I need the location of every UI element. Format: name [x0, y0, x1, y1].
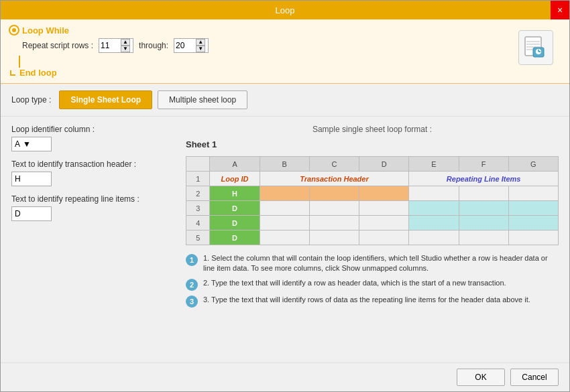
cell-2c	[309, 186, 359, 201]
main-content: Loop identifier column : A ▼ Text to ide…	[1, 117, 569, 363]
cell-5c	[309, 231, 359, 245]
end-loop-line: End loop	[9, 68, 209, 78]
ok-button[interactable]: OK	[457, 369, 505, 386]
sample-title: Sample single sheet loop format :	[186, 125, 559, 134]
dialog: Loop × Loop While Repeat script rows : ▲…	[0, 0, 570, 392]
single-sheet-loop-button[interactable]: Single Sheet Loop	[59, 90, 152, 109]
cell-5g	[508, 231, 558, 245]
right-panel: Sample single sheet loop format : Sheet …	[186, 125, 559, 354]
cell-3g	[508, 201, 558, 216]
to-spinner[interactable]: ▲ ▼	[174, 38, 209, 53]
row-num-2: 2	[186, 186, 210, 201]
loop-type-label: Loop type :	[11, 95, 51, 105]
identifier-label: Loop identifier column :	[11, 125, 172, 134]
multiple-sheet-loop-button[interactable]: Multiple sheet loop	[158, 90, 247, 109]
top-section: Loop While Repeat script rows : ▲ ▼ thro…	[1, 19, 569, 84]
through-label: through:	[139, 41, 168, 50]
instruction-text-2: 2. Type the text that will identify a ro…	[203, 278, 506, 288]
cell-4d	[359, 216, 409, 231]
step-badge-1: 1	[186, 254, 198, 266]
to-up-arrow[interactable]: ▲	[196, 39, 205, 46]
loop-icon-inner	[12, 28, 16, 32]
from-down-arrow[interactable]: ▼	[121, 46, 130, 52]
from-up-arrow[interactable]: ▲	[121, 39, 130, 46]
loop-while-label: Loop While	[22, 25, 69, 36]
header-label: Text to identify transaction header :	[11, 159, 172, 169]
cell-5d	[359, 231, 409, 245]
header-input[interactable]	[11, 172, 52, 186]
instruction-row-1: 1 1. Select the column that will contain…	[186, 253, 559, 274]
header-field-row: Text to identify transaction header :	[11, 159, 172, 186]
col-header-rownum	[186, 157, 210, 172]
identifier-value: A	[15, 139, 20, 149]
instruction-row-2: 2 2. Type the text that will identify a …	[186, 278, 559, 291]
content-area: Loop identifier column : A ▼ Text to ide…	[11, 125, 559, 354]
loop-vertical-line	[19, 56, 20, 68]
to-down-arrow[interactable]: ▼	[196, 46, 205, 52]
cell-4e	[409, 216, 459, 231]
title-bar-text: Loop	[276, 5, 295, 15]
cell-2b	[260, 186, 309, 201]
preview-icon-button[interactable]	[518, 30, 553, 65]
table-row: 1 Loop ID Transaction Header Repeating L…	[186, 172, 559, 186]
to-input[interactable]	[174, 39, 196, 52]
instruction-text-3: 3. Type the text that will identify rows…	[203, 295, 530, 305]
instruction-row-3: 3 3. Type the text that will identify ro…	[186, 295, 559, 308]
repeat-label: Repeat script rows :	[22, 41, 93, 50]
sample-grid: A B C D E F G 1 Loop ID Tr	[186, 156, 559, 245]
cell-4g	[508, 216, 558, 231]
cell-2d	[359, 186, 409, 201]
row-num-4: 4	[186, 216, 210, 231]
cell-3b	[260, 201, 309, 216]
to-arrows: ▲ ▼	[196, 39, 205, 52]
loop-while-line: Loop While	[9, 25, 209, 36]
spreadsheet-icon	[524, 36, 548, 60]
col-header-b: B	[260, 157, 309, 172]
row-num-5: 5	[186, 231, 210, 245]
col-header-f: F	[459, 157, 508, 172]
col-header-c: C	[309, 157, 359, 172]
instruction-text-1: 1. Select the column that will contain t…	[203, 253, 559, 274]
step-badge-2: 2	[186, 279, 198, 291]
cell-2e	[409, 186, 459, 201]
cell-5f	[459, 231, 508, 245]
row-num-1: 1	[186, 172, 210, 186]
end-loop-corner	[10, 70, 15, 76]
svg-rect-1	[526, 41, 540, 42]
cell-4f	[459, 216, 508, 231]
sheet-title: Sheet 1	[186, 139, 559, 149]
row-num-3: 3	[186, 201, 210, 216]
lineitem-input[interactable]	[11, 206, 52, 221]
cell-1a: Loop ID	[210, 172, 260, 186]
cell-3a: D	[210, 201, 260, 216]
cell-4c	[309, 216, 359, 231]
cell-2g	[508, 186, 558, 201]
from-arrows: ▲ ▼	[121, 39, 130, 52]
title-bar: Loop ×	[1, 1, 569, 19]
end-loop-label: End loop	[19, 68, 57, 78]
col-header-a: A	[210, 157, 260, 172]
cell-4a: D	[210, 216, 260, 231]
cell-3d	[359, 201, 409, 216]
table-row: 3 D	[186, 201, 559, 216]
col-header-e: E	[409, 157, 459, 172]
left-panel: Loop identifier column : A ▼ Text to ide…	[11, 125, 172, 354]
cell-3c	[309, 201, 359, 216]
cell-4b	[260, 216, 309, 231]
instructions: 1 1. Select the column that will contain…	[186, 253, 559, 308]
close-button[interactable]: ×	[551, 1, 569, 19]
cell-5e	[409, 231, 459, 245]
identifier-field-row: Loop identifier column : A ▼	[11, 125, 172, 151]
repeat-row: Repeat script rows : ▲ ▼ through: ▲ ▼	[22, 36, 209, 56]
identifier-dropdown[interactable]: A ▼	[11, 137, 52, 151]
svg-rect-2	[526, 44, 540, 45]
cell-2a: H	[210, 186, 260, 201]
from-spinner[interactable]: ▲ ▼	[99, 38, 133, 53]
cell-3e	[409, 201, 459, 216]
cell-1efg: Repeating Line Items	[409, 172, 559, 186]
cancel-button[interactable]: Cancel	[510, 369, 559, 386]
lineitem-label: Text to identify repeating line items :	[11, 194, 172, 204]
lineitem-field-row: Text to identify repeating line items :	[11, 194, 172, 221]
loop-type-bar: Loop type : Single Sheet Loop Multiple s…	[1, 84, 569, 117]
from-input[interactable]	[99, 39, 121, 52]
